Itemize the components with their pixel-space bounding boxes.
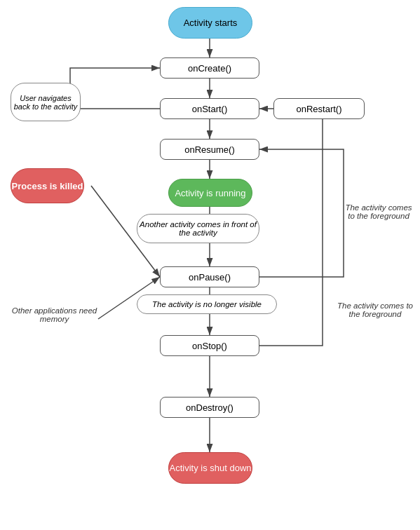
arrows-svg [0, 0, 420, 530]
other-apps-label: Other applications need memory [7, 306, 102, 323]
process-killed-label: Process is killed [12, 181, 83, 191]
on-create-label: onCreate() [188, 63, 231, 74]
foreground-label-1: The activity comes to the foreground [344, 203, 414, 220]
on-create-node: onCreate() [160, 57, 259, 79]
on-start-node: onStart() [160, 98, 259, 119]
activity-starts-node: Activity starts [168, 7, 252, 39]
on-pause-label: onPause() [189, 272, 231, 283]
on-resume-label: onResume() [184, 144, 235, 155]
on-restart-label: onRestart() [296, 104, 341, 114]
activity-shutdown-node: Activity is shut down [168, 452, 252, 484]
activity-running-node: Activity is running [168, 179, 252, 207]
on-stop-label: onStop() [192, 341, 227, 351]
on-start-label: onStart() [192, 104, 228, 114]
activity-running-label: Activity is running [175, 188, 245, 198]
on-restart-node: onRestart() [273, 98, 365, 119]
process-killed-node: Process is killed [11, 168, 84, 203]
activity-starts-label: Activity starts [184, 18, 238, 28]
activity-shutdown-label: Activity is shut down [169, 463, 251, 473]
on-destroy-label: onDestroy() [186, 402, 233, 413]
another-activity-label: Another activity comes in front of the a… [137, 214, 259, 243]
activity-lifecycle-diagram: Activity starts onCreate() onStart() onR… [0, 0, 420, 530]
foreground-label-2: The activity comes to the foreground [337, 301, 414, 318]
on-destroy-node: onDestroy() [160, 397, 259, 418]
on-pause-node: onPause() [160, 266, 259, 287]
no-longer-visible-label: The activity is no longer visible [137, 294, 277, 314]
user-navigates-label: User navigates back to the activity [11, 83, 81, 121]
on-stop-node: onStop() [160, 335, 259, 356]
on-resume-node: onResume() [160, 139, 259, 160]
